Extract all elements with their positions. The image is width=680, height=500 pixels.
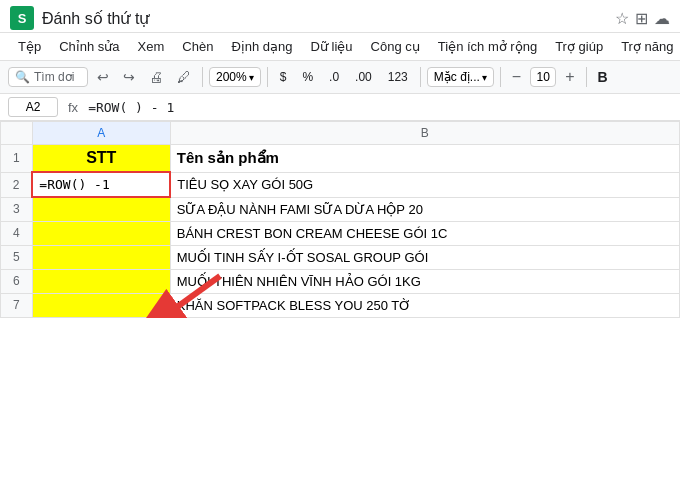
cell-b1[interactable]: Tên sản phẩm [170,145,679,173]
formula-input[interactable]: =ROW( ) - 1 [88,100,672,115]
redo-button[interactable]: ↪ [118,66,140,88]
title-icons: ☆ ⊞ ☁ [615,9,670,28]
menu-tep[interactable]: Tệp [10,35,49,58]
zoom-value: 200% [216,70,247,84]
decimal-inc-btn[interactable]: .00 [349,68,378,86]
spreadsheet: A B 1 STT Tên sản phẩm 2 =ROW() -1 TIÊU … [0,121,680,318]
table-row: 5 MUỐI TINH SẤY I-ỐT SOSAL GROUP GÓI [1,245,680,269]
font-chevron-icon: ▾ [482,72,487,83]
font-size-decrease-btn[interactable]: − [507,65,526,89]
corner-header [1,122,33,145]
title-bar: S Đánh số thứ tự ☆ ⊞ ☁ [0,0,680,33]
cell-a3[interactable] [32,197,170,221]
menu-xem[interactable]: Xem [130,35,173,58]
zoom-selector[interactable]: 200% ▾ [209,67,261,87]
formula-fx-icon: fx [64,100,82,115]
row-num-1: 1 [1,145,33,173]
cell-ref-box[interactable]: A2 [8,97,58,117]
currency-btn[interactable]: $ [274,68,293,86]
row-num-2: 2 [1,172,33,197]
star-icon[interactable]: ☆ [615,9,629,28]
menu-tienich[interactable]: Tiện ích mở rộng [430,35,545,58]
zoom-chevron-icon: ▾ [249,72,254,83]
menu-concu[interactable]: Công cụ [363,35,428,58]
divider1 [202,67,203,87]
toolbar: 🔍 Tìm dơi ↩ ↪ 🖨 🖊 200% ▾ $ % .0 .00 123 … [0,61,680,94]
search-icon: 🔍 [15,70,30,84]
menu-chen[interactable]: Chèn [174,35,221,58]
table-row: 6 MUỐI THIÊN NHIÊN VĨNH HẢO GÓI 1KG [1,269,680,293]
decimal-dec-btn[interactable]: .0 [323,68,345,86]
cell-a6[interactable] [32,269,170,293]
bold-button[interactable]: B [593,67,613,87]
row-num-5: 5 [1,245,33,269]
cell-a1[interactable]: STT [32,145,170,173]
print-button[interactable]: 🖨 [144,66,168,88]
grid-icon[interactable]: ⊞ [635,9,648,28]
cell-a5[interactable] [32,245,170,269]
table-row: 4 BÁNH CREST BON CREAM CHEESE GÓI 1C [1,221,680,245]
search-label: Tìm dơi [34,70,74,84]
font-size-value: 10 [535,70,551,84]
table-row: 7 KHĂN SOFTPACK BLESS YOU 250 TỜ [1,293,680,317]
row-num-6: 6 [1,269,33,293]
cell-b2[interactable]: TIÊU SỌ XAY GÓI 50G [170,172,679,197]
divider4 [500,67,501,87]
cell-a7[interactable] [32,293,170,317]
cell-a2[interactable]: =ROW() -1 [32,172,170,197]
menu-dulieu[interactable]: Dữ liệu [303,35,361,58]
sheet-table: A B 1 STT Tên sản phẩm 2 =ROW() -1 TIÊU … [0,121,680,318]
row-num-3: 3 [1,197,33,221]
row-num-4: 4 [1,221,33,245]
table-row: 2 =ROW() -1 TIÊU SỌ XAY GÓI 50G [1,172,680,197]
font-selector[interactable]: Mặc đị... ▾ [427,67,494,87]
menu-dinhgdang[interactable]: Định dạng [223,35,300,58]
percent-btn[interactable]: % [296,68,319,86]
table-row: 1 STT Tên sản phẩm [1,145,680,173]
menu-trogiup[interactable]: Trợ giúp [547,35,611,58]
cell-b4[interactable]: BÁNH CREST BON CREAM CHEESE GÓI 1C [170,221,679,245]
toolbar-search[interactable]: 🔍 Tìm dơi [8,67,88,87]
paint-format-button[interactable]: 🖊 [172,66,196,88]
column-headers: A B [1,122,680,145]
menu-bar: Tệp Chỉnh sửa Xem Chèn Định dạng Dữ liệu… [0,33,680,61]
font-size-box: 10 [530,67,556,87]
undo-button[interactable]: ↩ [92,66,114,88]
menu-chinhedit[interactable]: Chỉnh sửa [51,35,127,58]
font-name: Mặc đị... [434,70,480,84]
cloud-icon[interactable]: ☁ [654,9,670,28]
cell-b3[interactable]: SỮA ĐẬU NÀNH FAMI SỮA DỪA HỘP 20 [170,197,679,221]
divider2 [267,67,268,87]
col-header-a[interactable]: A [32,122,170,145]
cell-a4[interactable] [32,221,170,245]
table-row: 3 SỮA ĐẬU NÀNH FAMI SỮA DỪA HỘP 20 [1,197,680,221]
row-num-7: 7 [1,293,33,317]
divider5 [586,67,587,87]
app-icon: S [10,6,34,30]
doc-title[interactable]: Đánh số thứ tự [42,9,607,28]
col-header-b[interactable]: B [170,122,679,145]
cell-b6[interactable]: MUỐI THIÊN NHIÊN VĨNH HẢO GÓI 1KG [170,269,679,293]
menu-tronang[interactable]: Trợ năng [613,35,680,58]
cell-b7[interactable]: KHĂN SOFTPACK BLESS YOU 250 TỜ [170,293,679,317]
divider3 [420,67,421,87]
cell-b5[interactable]: MUỐI TINH SẤY I-ỐT SOSAL GROUP GÓI [170,245,679,269]
number-format-btn[interactable]: 123 [382,68,414,86]
formula-bar: A2 fx =ROW( ) - 1 [0,94,680,121]
font-size-increase-btn[interactable]: + [560,65,579,89]
